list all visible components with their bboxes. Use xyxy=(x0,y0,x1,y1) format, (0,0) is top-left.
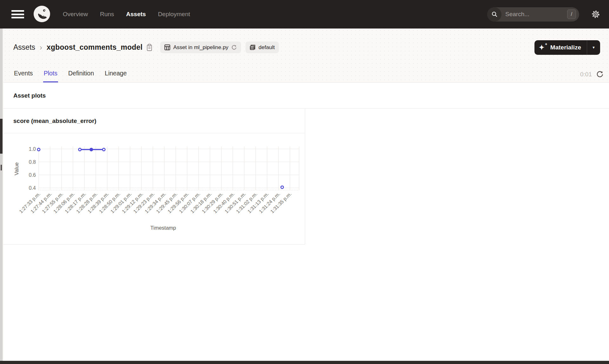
svg-text:1.0: 1.0 xyxy=(29,146,36,152)
search-input[interactable]: Search... / xyxy=(487,7,579,22)
section-heading: Asset plots xyxy=(13,92,46,99)
dagster-logo-icon[interactable] xyxy=(32,5,51,24)
refresh-icon[interactable] xyxy=(596,71,604,78)
refresh-timer: 0:01 xyxy=(580,71,592,78)
plot-card: score (mean_absolute_error) 1:27:33 p.m.… xyxy=(3,109,305,245)
asset-group-chip[interactable]: default xyxy=(246,42,279,53)
materialize-dropdown-caret[interactable]: ▾ xyxy=(587,40,600,55)
svg-text:0.4: 0.4 xyxy=(29,185,36,191)
asset-plot-chart: 1:27:33 p.m.1:27:44 p.m.1:27:55 p.m.1:28… xyxy=(13,138,303,240)
search-icon xyxy=(487,7,501,22)
svg-text:Timestamp: Timestamp xyxy=(150,225,176,231)
background-bottom-strip xyxy=(0,361,609,364)
nav-item-runs[interactable]: Runs xyxy=(100,11,114,18)
materialize-label: Materialize xyxy=(550,44,581,51)
hamburger-menu-icon[interactable] xyxy=(11,10,24,18)
tab-definition[interactable]: Definition xyxy=(68,70,95,82)
dagster-app-window: Overview Runs Assets Deployment Search..… xyxy=(0,0,609,364)
breadcrumb-separator: › xyxy=(40,43,42,52)
nav-item-assets[interactable]: Assets xyxy=(126,11,146,18)
asset-group-icon xyxy=(250,44,256,50)
asset-tabs: Events Plots Definition Lineage 0:01 xyxy=(3,59,609,82)
search-shortcut-badge: / xyxy=(567,10,576,19)
page-title: xgboost_comments_model xyxy=(47,43,142,52)
nav-links: Overview Runs Assets Deployment xyxy=(63,11,190,18)
nav-item-overview[interactable]: Overview xyxy=(63,11,88,18)
materialize-button[interactable]: ✦ ✦ Materialize xyxy=(534,40,587,55)
asset-page-header: Assets › xgboost_comments_model Asset in… xyxy=(3,29,609,83)
background-window-sliver xyxy=(0,29,3,361)
settings-gear-icon[interactable] xyxy=(591,10,600,19)
svg-text:Value: Value xyxy=(14,163,19,176)
page-content: Assets › xgboost_comments_model Asset in… xyxy=(3,29,609,245)
tab-lineage[interactable]: Lineage xyxy=(104,70,127,82)
plot-title: score (mean_absolute_error) xyxy=(13,118,96,125)
breadcrumb-assets-link[interactable]: Assets xyxy=(13,43,35,52)
sparkles-icon: ✦ ✦ xyxy=(540,44,547,51)
tab-plots[interactable]: Plots xyxy=(43,70,58,82)
code-location-chip[interactable]: Asset in ml_pipeline.py xyxy=(160,42,241,53)
svg-text:0.8: 0.8 xyxy=(29,159,36,165)
breadcrumb: Assets › xgboost_comments_model Asset in… xyxy=(3,29,609,59)
svg-text:0.6: 0.6 xyxy=(29,172,36,178)
search-placeholder: Search... xyxy=(505,11,567,18)
table-icon xyxy=(164,44,170,50)
asset-plots-section: Asset plots xyxy=(3,83,609,109)
nav-item-deployment[interactable]: Deployment xyxy=(158,11,190,18)
asset-group-label: default xyxy=(259,44,275,51)
code-location-label: Asset in ml_pipeline.py xyxy=(173,44,228,51)
reload-location-icon xyxy=(231,45,237,50)
copy-asset-name-icon[interactable] xyxy=(146,44,153,51)
tab-events[interactable]: Events xyxy=(13,70,34,82)
top-nav: Overview Runs Assets Deployment Search..… xyxy=(0,0,609,29)
